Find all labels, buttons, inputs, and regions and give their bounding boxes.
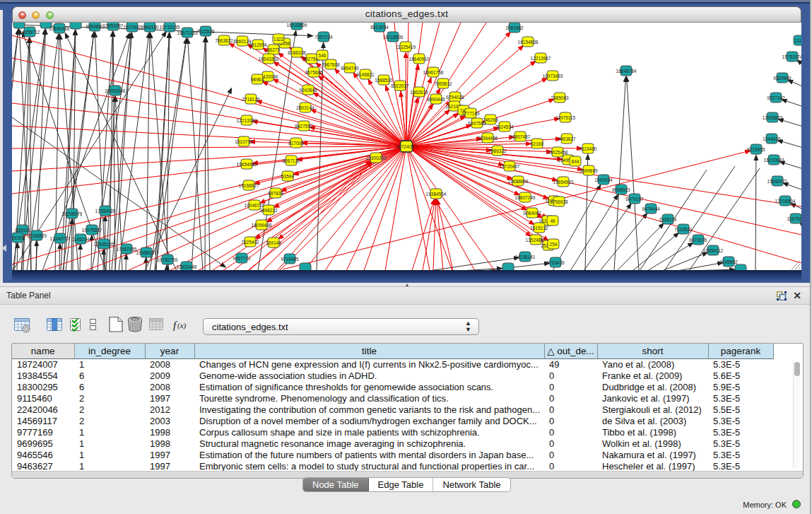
svg-text:19654923: 19654923 bbox=[553, 180, 574, 185]
svg-text:10025458: 10025458 bbox=[548, 150, 568, 155]
svg-text:20053346: 20053346 bbox=[105, 88, 126, 93]
svg-text:844: 844 bbox=[572, 159, 579, 164]
svg-text:25300203: 25300203 bbox=[366, 156, 387, 160]
svg-text:2935114: 2935114 bbox=[659, 217, 677, 222]
svg-text:6479197: 6479197 bbox=[625, 197, 644, 201]
svg-text:6497568: 6497568 bbox=[468, 121, 486, 126]
svg-text:46: 46 bbox=[550, 218, 555, 223]
svg-text:10807487: 10807487 bbox=[510, 134, 531, 139]
svg-text:169144: 169144 bbox=[266, 240, 281, 245]
svg-text:7986322: 7986322 bbox=[488, 148, 507, 153]
svg-text:(x): (x) bbox=[177, 321, 187, 330]
svg-text:1527602: 1527602 bbox=[123, 25, 141, 30]
svg-text:36275: 36275 bbox=[267, 47, 280, 52]
svg-text:19384554: 19384554 bbox=[426, 192, 447, 197]
svg-text:20364436: 20364436 bbox=[478, 136, 498, 141]
svg-text:17957255: 17957255 bbox=[117, 247, 137, 252]
svg-text:18640910: 18640910 bbox=[409, 57, 430, 62]
svg-text:7955812: 7955812 bbox=[434, 81, 452, 86]
svg-text:2718126: 2718126 bbox=[242, 97, 260, 102]
svg-text:9657771: 9657771 bbox=[233, 256, 251, 261]
svg-text:546: 546 bbox=[319, 53, 326, 58]
svg-text:9777169: 9777169 bbox=[461, 111, 480, 116]
svg-text:12342737: 12342737 bbox=[50, 236, 71, 241]
svg-text:7357224: 7357224 bbox=[314, 35, 333, 40]
svg-text:53594: 53594 bbox=[281, 174, 294, 179]
svg-text:1588520: 1588520 bbox=[375, 78, 393, 83]
svg-text:19218506: 19218506 bbox=[383, 35, 404, 40]
svg-text:9227342: 9227342 bbox=[767, 95, 785, 100]
svg-text:16782759: 16782759 bbox=[158, 257, 178, 262]
svg-text:835001: 835001 bbox=[15, 228, 30, 233]
svg-text:18724007: 18724007 bbox=[395, 144, 417, 149]
svg-text:8912954: 8912954 bbox=[249, 42, 267, 47]
svg-text:1244415: 1244415 bbox=[763, 136, 781, 141]
svg-text:9115460: 9115460 bbox=[579, 146, 597, 151]
svg-text:12213389: 12213389 bbox=[237, 118, 257, 123]
svg-text:9329966: 9329966 bbox=[773, 76, 792, 81]
svg-text:3675685: 3675685 bbox=[305, 70, 323, 75]
svg-text:8215955: 8215955 bbox=[747, 147, 765, 152]
svg-text:8186328: 8186328 bbox=[288, 50, 306, 55]
svg-text:8990448: 8990448 bbox=[427, 97, 445, 102]
svg-text:9699695: 9699695 bbox=[579, 168, 598, 173]
svg-text:8813054: 8813054 bbox=[370, 25, 389, 30]
svg-text:7663822: 7663822 bbox=[215, 38, 233, 43]
svg-text:9463627: 9463627 bbox=[558, 136, 576, 141]
svg-text:817006: 817006 bbox=[288, 141, 304, 146]
svg-text:1322: 1322 bbox=[273, 37, 284, 42]
svg-text:9474444: 9474444 bbox=[642, 206, 660, 211]
svg-text:8427552: 8427552 bbox=[295, 124, 313, 129]
svg-text:7625402: 7625402 bbox=[241, 240, 259, 245]
svg-text:2803144: 2803144 bbox=[296, 105, 314, 110]
svg-text:12213967: 12213967 bbox=[531, 56, 551, 61]
svg-text:16671355: 16671355 bbox=[177, 30, 198, 35]
svg-text:10719155: 10719155 bbox=[160, 25, 180, 30]
svg-text:39159: 39159 bbox=[12, 235, 24, 240]
svg-text:8466160: 8466160 bbox=[141, 25, 159, 30]
svg-text:16543352: 16543352 bbox=[259, 57, 279, 62]
svg-text:3498222: 3498222 bbox=[259, 208, 278, 213]
svg-text:3267130: 3267130 bbox=[282, 158, 300, 163]
svg-text:10654112: 10654112 bbox=[703, 248, 724, 253]
svg-text:16648784: 16648784 bbox=[616, 69, 637, 74]
svg-text:20691406: 20691406 bbox=[49, 26, 70, 31]
svg-text:2087682: 2087682 bbox=[505, 25, 524, 30]
svg-text:1615132: 1615132 bbox=[530, 226, 548, 230]
svg-text:1562615: 1562615 bbox=[410, 90, 428, 95]
svg-text:10973493: 10973493 bbox=[543, 74, 563, 78]
svg-text:18807249: 18807249 bbox=[515, 195, 536, 200]
svg-text:1167534: 1167534 bbox=[787, 216, 801, 221]
svg-text:10653287: 10653287 bbox=[103, 23, 124, 28]
svg-text:9716485: 9716485 bbox=[281, 257, 299, 262]
svg-text:7515526: 7515526 bbox=[196, 29, 215, 34]
svg-text:15692971: 15692971 bbox=[767, 179, 788, 184]
svg-text:17016504: 17016504 bbox=[775, 199, 796, 204]
svg-text:7632621: 7632621 bbox=[674, 227, 693, 232]
svg-text:20206576: 20206576 bbox=[62, 211, 83, 216]
svg-text:10958107: 10958107 bbox=[136, 250, 157, 255]
svg-text:11325419: 11325419 bbox=[396, 45, 416, 49]
svg-text:19166827: 19166827 bbox=[239, 183, 259, 188]
svg-text:9245652: 9245652 bbox=[719, 259, 738, 264]
svg-text:1145194: 1145194 bbox=[72, 237, 90, 242]
svg-text:1112: 1112 bbox=[794, 38, 801, 43]
svg-text:12093873: 12093873 bbox=[763, 115, 783, 120]
svg-text:2967608: 2967608 bbox=[322, 62, 340, 67]
svg-text:16210643: 16210643 bbox=[764, 158, 784, 163]
svg-text:9084067: 9084067 bbox=[523, 211, 541, 216]
svg-text:16154838: 16154838 bbox=[518, 40, 539, 45]
svg-text:98963: 98963 bbox=[251, 77, 264, 82]
svg-text:10046718: 10046718 bbox=[245, 203, 265, 208]
svg-text:12975115: 12975115 bbox=[555, 115, 576, 120]
svg-text:10975857: 10975857 bbox=[82, 228, 102, 233]
svg-text:16099488: 16099488 bbox=[252, 223, 272, 228]
svg-text:1733426: 1733426 bbox=[546, 260, 565, 265]
svg-text:14136141: 14136141 bbox=[515, 255, 536, 259]
svg-text:9756928: 9756928 bbox=[550, 199, 568, 204]
svg-text:14055712: 14055712 bbox=[20, 30, 40, 35]
svg-text:15720407: 15720407 bbox=[500, 164, 520, 169]
svg-text:7485063: 7485063 bbox=[551, 95, 569, 100]
svg-text:9146821: 9146821 bbox=[356, 72, 375, 77]
svg-text:15751074: 15751074 bbox=[782, 54, 801, 59]
